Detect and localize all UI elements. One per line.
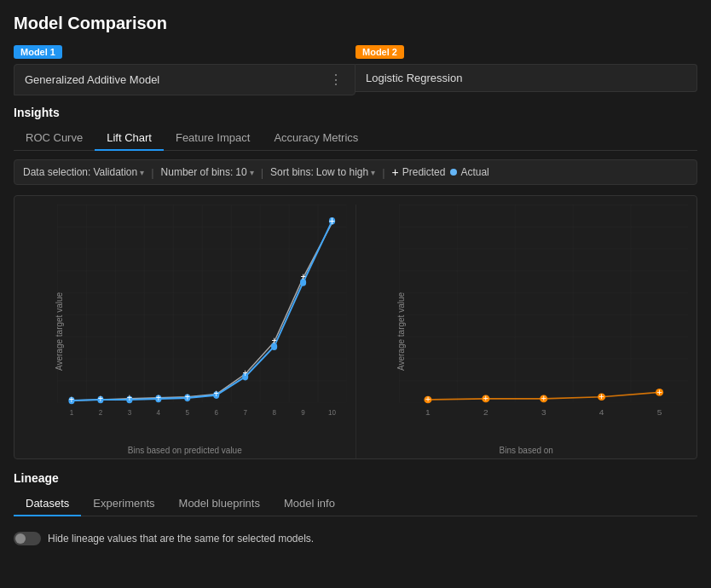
svg-text:5: 5: [656, 407, 662, 417]
svg-text:+: +: [329, 213, 335, 228]
svg-text:2: 2: [99, 408, 103, 418]
svg-text:+: +: [243, 366, 248, 379]
svg-text:+: +: [185, 390, 190, 403]
chart1-x-label: Bins based on predicted value: [128, 446, 242, 455]
charts-row: Average target value Bins based on predi…: [14, 195, 697, 459]
svg-text:8: 8: [272, 408, 276, 418]
data-selection-filter[interactable]: Data selection: Validation ▾: [23, 166, 144, 178]
chart2-container: Average target value Bins based on 0.090…: [356, 205, 697, 458]
svg-text:3: 3: [128, 408, 132, 418]
tab-accuracy-metrics[interactable]: Accuracy Metrics: [262, 126, 370, 151]
svg-text:+: +: [156, 391, 161, 404]
svg-text:+: +: [300, 270, 305, 283]
model2-name: Logistic Regression: [366, 72, 462, 84]
sort-value: Low to high: [316, 166, 368, 178]
tab-lift-chart[interactable]: Lift Chart: [95, 126, 164, 151]
toggle-label: Hide lineage values that are the same fo…: [48, 533, 314, 545]
lineage-tab-blueprints[interactable]: Model blueprints: [167, 492, 272, 516]
model1-badge: Model 1: [14, 45, 62, 59]
chart2-y-label: Average target value: [396, 292, 405, 371]
svg-text:+: +: [540, 393, 546, 403]
filter-divider-2: |: [261, 166, 263, 179]
svg-text:+: +: [271, 335, 276, 348]
model2-badge: Model 2: [356, 45, 404, 59]
legend-actual: Actual: [450, 166, 488, 178]
svg-text:+: +: [425, 394, 431, 404]
lineage-tab-datasets[interactable]: Datasets: [14, 492, 81, 516]
svg-text:6: 6: [214, 408, 218, 418]
sort-filter[interactable]: Sort bins: Low to high ▾: [270, 166, 375, 178]
legend-predicted: + Predicted: [392, 165, 446, 179]
svg-text:9: 9: [301, 408, 305, 418]
filter-divider-3: |: [382, 166, 384, 179]
model1-name-row: Generalized Additive Model ⋮: [14, 64, 356, 95]
data-selection-chevron: ▾: [140, 168, 144, 177]
svg-text:+: +: [598, 391, 604, 401]
chart1-svg: 0.090 0.080 0.070 0.060 0.050 0.040 0.03…: [57, 205, 347, 424]
tab-roc-curve[interactable]: ROC Curve: [14, 126, 95, 151]
page-title: Model Comparison: [14, 14, 697, 33]
filter-bar: Data selection: Validation ▾ | Number of…: [14, 159, 697, 185]
filter-divider-1: |: [151, 166, 153, 179]
chart1-container: Average target value Bins based on predi…: [14, 205, 356, 458]
toggle-knob: [15, 533, 26, 544]
model2-column: Model 2 Logistic Regression: [356, 45, 697, 95]
svg-text:+: +: [483, 393, 488, 403]
chart2-svg: 0.090 0.080 0.070 0.060 0.050 0.040 0.03…: [399, 205, 689, 424]
svg-text:10: 10: [328, 408, 336, 418]
model1-column: Model 1 Generalized Additive Model ⋮: [14, 45, 356, 95]
svg-text:5: 5: [186, 408, 190, 418]
svg-rect-41: [399, 205, 689, 402]
svg-text:+: +: [127, 391, 132, 404]
sort-label: Sort bins:: [270, 166, 314, 178]
svg-text:1: 1: [70, 408, 74, 418]
chart2-x-label: Bins based on: [500, 446, 553, 455]
svg-text:4: 4: [598, 407, 604, 417]
toggle-row: Hide lineage values that are the same fo…: [14, 525, 697, 552]
model2-name-row: Logistic Regression: [356, 64, 697, 92]
model-comparison-row: Model 1 Generalized Additive Model ⋮ Mod…: [14, 45, 697, 95]
bins-value: 10: [235, 166, 246, 178]
svg-text:+: +: [656, 387, 662, 397]
svg-text:7: 7: [243, 408, 247, 418]
model1-name: Generalized Additive Model: [25, 73, 159, 86]
lineage-section: Lineage Datasets Experiments Model bluep…: [14, 471, 697, 561]
lineage-tab-model-info[interactable]: Model info: [272, 492, 347, 516]
svg-text:1: 1: [425, 407, 431, 417]
data-selection-label: Data selection:: [23, 166, 90, 178]
data-selection-value: Validation: [93, 166, 137, 178]
svg-text:2: 2: [483, 407, 488, 417]
hide-lineage-toggle[interactable]: [14, 532, 41, 545]
svg-text:+: +: [98, 392, 103, 405]
chart1-y-label: Average target value: [55, 292, 64, 371]
tab-feature-impact[interactable]: Feature Impact: [164, 126, 262, 151]
predicted-label: Predicted: [402, 166, 446, 178]
lineage-section-title: Lineage: [14, 471, 697, 485]
bins-chevron: ▾: [250, 168, 254, 177]
lineage-tabs: Datasets Experiments Model blueprints Mo…: [14, 492, 697, 516]
lineage-tab-experiments[interactable]: Experiments: [81, 492, 166, 516]
model1-menu-icon[interactable]: ⋮: [329, 72, 344, 88]
bins-filter[interactable]: Number of bins: 10 ▾: [161, 166, 254, 178]
bins-label: Number of bins:: [161, 166, 234, 178]
svg-rect-0: [57, 205, 347, 402]
insights-section-title: Insights: [14, 106, 697, 119]
svg-text:4: 4: [157, 408, 161, 418]
sort-chevron: ▾: [371, 168, 375, 177]
svg-text:+: +: [69, 393, 74, 406]
insights-tabs: ROC Curve Lift Chart Feature Impact Accu…: [14, 126, 697, 151]
predicted-icon: +: [392, 165, 399, 179]
svg-text:+: +: [214, 387, 219, 400]
actual-label: Actual: [460, 166, 488, 178]
actual-dot-icon: [450, 169, 457, 176]
svg-text:3: 3: [540, 407, 546, 417]
